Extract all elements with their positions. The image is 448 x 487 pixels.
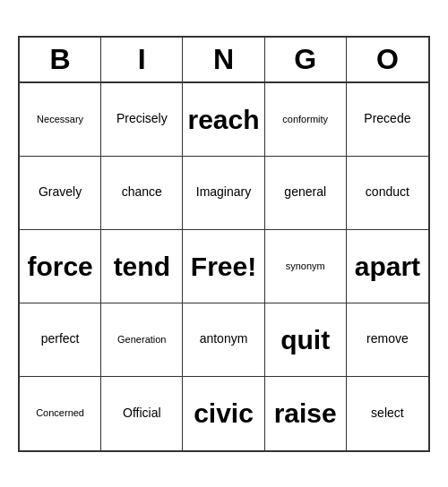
cell-text: Concerned: [36, 407, 84, 418]
header-letter: B: [20, 38, 101, 81]
bingo-cell: Official: [101, 377, 183, 450]
cell-text: Free!: [191, 252, 256, 281]
bingo-grid: NecessaryPreciselyreachconformityPrecede…: [20, 83, 428, 450]
bingo-cell: chance: [101, 157, 183, 230]
bingo-cell: force: [20, 230, 101, 303]
cell-text: force: [27, 252, 92, 281]
bingo-cell: Gravely: [20, 157, 101, 230]
bingo-cell: perfect: [20, 303, 101, 377]
bingo-cell: Necessary: [20, 83, 101, 157]
cell-text: general: [284, 185, 326, 199]
bingo-cell: apart: [347, 230, 428, 303]
cell-text: remove: [366, 332, 409, 346]
cell-text: Necessary: [37, 114, 83, 124]
bingo-cell: civic: [183, 377, 264, 450]
bingo-cell: raise: [265, 377, 347, 450]
cell-text: Gravely: [39, 185, 82, 199]
cell-text: conduct: [366, 185, 409, 199]
bingo-card: BINGO NecessaryPreciselyreachconformityP…: [18, 36, 430, 452]
bingo-cell: Imaginary: [183, 157, 264, 230]
bingo-cell: general: [265, 157, 347, 230]
bingo-cell: Concerned: [20, 377, 101, 450]
bingo-cell: Free!: [183, 230, 264, 303]
cell-text: apart: [355, 252, 420, 281]
cell-text: Precede: [364, 112, 410, 125]
bingo-cell: quit: [265, 303, 347, 377]
bingo-cell: select: [347, 377, 428, 450]
header-letter: I: [101, 38, 183, 81]
header-letter: N: [183, 38, 264, 81]
bingo-cell: conformity: [265, 83, 347, 157]
cell-text: Official: [123, 406, 161, 420]
cell-text: civic: [194, 398, 254, 428]
cell-text: Precisely: [116, 112, 168, 125]
header-letter: G: [265, 38, 347, 81]
cell-text: tend: [114, 252, 170, 281]
cell-text: raise: [274, 398, 337, 428]
bingo-cell: conduct: [347, 157, 428, 230]
bingo-cell: Generation: [101, 303, 183, 377]
cell-text: Generation: [117, 334, 166, 345]
bingo-header: BINGO: [20, 38, 428, 83]
cell-text: synonym: [286, 261, 325, 271]
cell-text: perfect: [41, 332, 80, 346]
cell-text: reach: [187, 105, 259, 134]
bingo-cell: reach: [183, 83, 264, 157]
cell-text: quit: [280, 325, 330, 355]
cell-text: Imaginary: [196, 185, 251, 199]
cell-text: select: [371, 406, 404, 420]
header-letter: O: [347, 38, 428, 81]
cell-text: antonym: [200, 332, 248, 346]
bingo-cell: Precisely: [101, 83, 183, 157]
bingo-cell: synonym: [265, 230, 347, 303]
bingo-cell: remove: [347, 303, 428, 377]
bingo-cell: antonym: [183, 303, 264, 377]
cell-text: chance: [122, 185, 162, 199]
bingo-cell: tend: [101, 230, 183, 303]
cell-text: conformity: [282, 114, 328, 124]
bingo-cell: Precede: [347, 83, 428, 157]
